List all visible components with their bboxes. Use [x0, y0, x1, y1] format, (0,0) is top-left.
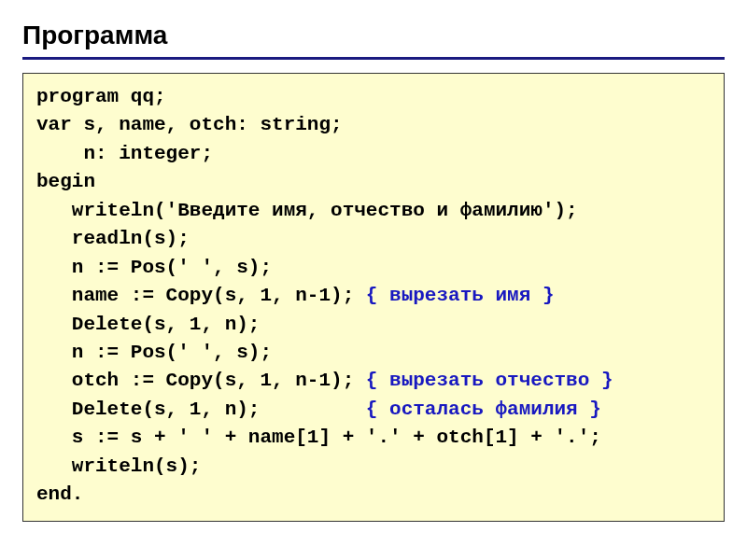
slide: Программа program qq; var s, name, otch:…: [0, 0, 747, 522]
code-line: n := Pos(' ', s);: [36, 342, 272, 363]
code-comment: { осталась фамилия }: [366, 399, 601, 420]
code-line: var s, name, otch: string;: [36, 114, 343, 135]
code-line: writeln(s);: [36, 455, 201, 477]
code-line: otch := Copy(s, 1, n-1);: [36, 370, 366, 391]
code-line: Delete(s, 1, n);: [36, 399, 366, 420]
code-line: program qq;: [36, 86, 166, 107]
code-block: program qq; var s, name, otch: string; n…: [22, 73, 725, 522]
title-rule: [22, 57, 725, 60]
code-line: s := s + ' ' + name[1] + '.' + otch[1] +…: [36, 427, 601, 448]
code-line: writeln('Введите имя, отчество и фамилию…: [36, 200, 578, 221]
code-line: readln(s);: [36, 228, 190, 249]
code-comment: { вырезать отчество }: [366, 370, 613, 391]
slide-title: Программа: [22, 21, 725, 53]
code-line: n: integer;: [36, 143, 213, 164]
code-comment: { вырезать имя }: [366, 285, 555, 306]
code-line: Delete(s, 1, n);: [36, 314, 260, 335]
code-line: name := Copy(s, 1, n-1);: [36, 285, 366, 306]
code-line: begin: [36, 171, 95, 192]
code-line: n := Pos(' ', s);: [36, 257, 272, 278]
code-line: end.: [36, 483, 83, 505]
